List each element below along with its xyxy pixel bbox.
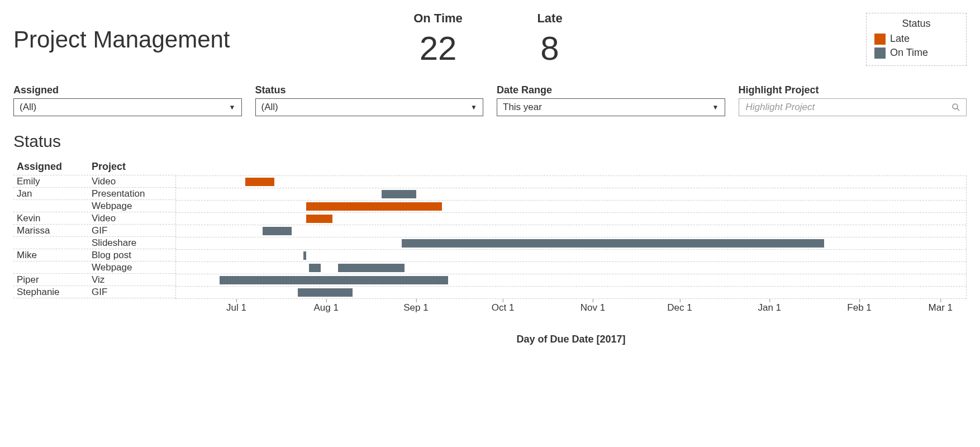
legend: Status Late On Time <box>866 13 967 66</box>
kpi-late-label: Late <box>505 11 594 26</box>
row-assigned: Kevin <box>13 213 92 224</box>
legend-swatch-ontime <box>874 47 886 59</box>
row-project: Webpage <box>92 201 175 212</box>
gantt-plot-row <box>176 274 966 287</box>
row-project: Webpage <box>92 262 175 273</box>
row-assigned: Jan <box>13 188 92 199</box>
chevron-down-icon: ▼ <box>712 103 719 111</box>
row-project: Blog post <box>92 250 175 261</box>
gantt-bar[interactable] <box>402 239 824 248</box>
gantt-label-row: Webpage <box>13 200 175 212</box>
gantt-plot-row <box>176 188 966 201</box>
kpi-on-time: On Time 22 <box>393 11 483 68</box>
axis-tick: Oct 1 <box>492 302 515 313</box>
filter-date-range-label: Date Range <box>497 84 725 96</box>
legend-swatch-late <box>874 34 886 45</box>
svg-point-0 <box>953 104 958 109</box>
legend-item-ontime[interactable]: On Time <box>874 47 958 59</box>
gantt-plot-row <box>176 225 966 237</box>
legend-item-late[interactable]: Late <box>874 33 958 45</box>
svg-line-1 <box>957 108 959 111</box>
legend-label-ontime: On Time <box>890 47 928 59</box>
axis-tick: Jul 1 <box>226 302 246 313</box>
filter-assigned-value: (All) <box>20 102 36 113</box>
kpi-on-time-label: On Time <box>393 11 483 26</box>
filter-assigned-label: Assigned <box>13 84 242 96</box>
x-axis: Jul 1Aug 1Sep 1Oct 1Nov 1Dec 1Jan 1Feb 1… <box>175 302 967 319</box>
axis-tick: Mar 1 <box>929 302 953 313</box>
gantt-label-row: Slideshare <box>13 237 175 249</box>
gantt-label-row: Webpage <box>13 261 175 274</box>
axis-tick: Sep 1 <box>403 302 428 313</box>
gantt-plot-row <box>176 262 966 274</box>
legend-label-late: Late <box>890 33 910 45</box>
row-project: Presentation <box>92 188 175 199</box>
gantt-label-row: MarissaGIF <box>13 225 175 237</box>
legend-title: Status <box>874 18 958 30</box>
filter-assigned-dropdown[interactable]: (All) ▼ <box>13 98 242 116</box>
axis-tick: Jan 1 <box>758 302 781 313</box>
row-project: Slideshare <box>92 237 175 249</box>
gantt-bar[interactable] <box>382 190 416 198</box>
dashboard-header: Project Management On Time 22 Late 8 Sta… <box>13 11 967 68</box>
filters-row: Assigned (All) ▼ Status (All) ▼ Date Ran… <box>13 84 967 116</box>
gantt-label-row: KevinVideo <box>13 212 175 225</box>
gantt-row-labels: Assigned Project EmilyVideoJanPresentati… <box>13 161 175 345</box>
gantt-label-row: EmilyVideo <box>13 175 175 188</box>
gantt-label-row: StephanieGIF <box>13 286 175 298</box>
chevron-down-icon: ▼ <box>229 103 236 111</box>
header-assigned: Assigned <box>13 161 92 173</box>
gantt-plot-row <box>176 201 966 213</box>
gantt-label-row: MikeBlog post <box>13 249 175 261</box>
gantt-plot-row <box>176 250 966 262</box>
filter-date-range: Date Range This year ▼ <box>497 84 725 116</box>
gantt-plot-row <box>176 176 966 188</box>
row-project: GIF <box>92 287 175 298</box>
gantt-bar[interactable] <box>306 215 332 223</box>
highlight-search-box[interactable] <box>739 98 967 116</box>
kpi-late-value: 8 <box>505 29 594 68</box>
gantt-label-row: JanPresentation <box>13 188 175 200</box>
axis-tick: Feb 1 <box>847 302 871 313</box>
highlight-search-input[interactable] <box>745 101 952 113</box>
gantt-bar[interactable] <box>298 288 353 297</box>
gantt-bar[interactable] <box>220 276 448 284</box>
axis-tick: Nov 1 <box>581 302 605 313</box>
filter-status-label: Status <box>255 84 484 96</box>
gantt-bar[interactable] <box>306 202 442 211</box>
x-axis-label: Day of Due Date [2017] <box>175 334 967 345</box>
row-assigned: Mike <box>13 250 92 261</box>
row-project: Video <box>92 176 175 187</box>
filter-highlight-label: Highlight Project <box>739 84 967 96</box>
filter-date-range-dropdown[interactable]: This year ▼ <box>497 98 725 116</box>
row-project: Video <box>92 213 175 224</box>
row-project: GIF <box>92 225 175 236</box>
kpi-on-time-value: 22 <box>393 29 483 68</box>
header-project: Project <box>92 161 175 173</box>
row-assigned: Marissa <box>13 225 92 236</box>
filter-highlight: Highlight Project <box>739 84 967 116</box>
search-icon <box>952 103 960 112</box>
page-title: Project Management <box>13 26 371 53</box>
filter-date-range-value: This year <box>503 102 542 113</box>
row-assigned: Piper <box>13 274 92 286</box>
gantt-bar[interactable] <box>303 251 306 260</box>
row-project: Viz <box>92 274 175 286</box>
gantt-plot-area: Jul 1Aug 1Sep 1Oct 1Nov 1Dec 1Jan 1Feb 1… <box>175 161 967 345</box>
gantt-bar[interactable] <box>245 178 274 186</box>
gantt-plot-row <box>176 213 966 225</box>
kpi-late: Late 8 <box>505 11 594 68</box>
gantt-header-row: Assigned Project <box>13 161 175 175</box>
gantt-bar[interactable] <box>309 264 321 272</box>
chart-section-title: Status <box>13 132 967 151</box>
gantt-plot-row <box>176 287 966 299</box>
gantt-plot-row <box>176 237 966 250</box>
row-assigned: Emily <box>13 176 92 187</box>
chevron-down-icon: ▼ <box>470 103 477 111</box>
filter-status-value: (All) <box>261 102 278 113</box>
gantt-bar[interactable] <box>263 227 292 235</box>
gantt-chart: Assigned Project EmilyVideoJanPresentati… <box>13 161 967 345</box>
gantt-bar[interactable] <box>338 264 405 272</box>
axis-tick: Aug 1 <box>313 302 338 313</box>
filter-status-dropdown[interactable]: (All) ▼ <box>255 98 484 116</box>
